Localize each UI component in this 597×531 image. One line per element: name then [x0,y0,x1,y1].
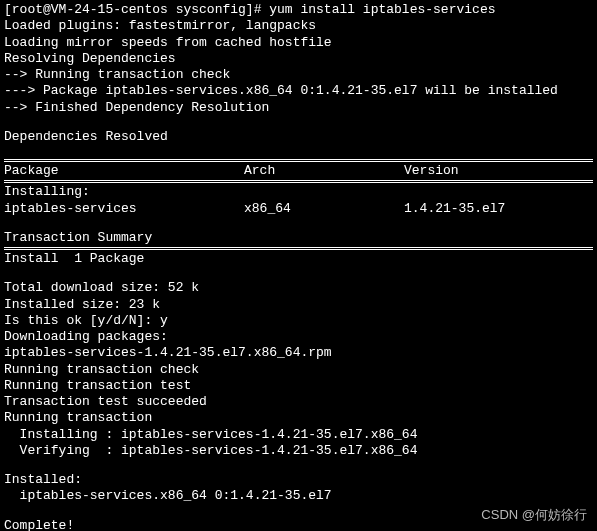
cell-package: iptables-services [4,201,244,217]
installing-label: Installing: [4,184,593,200]
output-line: Transaction test succeeded [4,394,593,410]
confirm-prompt[interactable]: Is this ok [y/d/N]: y [4,313,593,329]
shell-prompt: [root@VM-24-15-centos sysconfig]# yum in… [4,2,593,18]
txn-summary: Transaction Summary [4,230,593,246]
output-line: Running transaction [4,410,593,426]
install-count: Install 1 Package [4,251,593,267]
table-rule [4,182,593,183]
output-line: Installing : iptables-services-1.4.21-35… [4,427,593,443]
table-rule [4,247,593,248]
col-arch: Arch [244,163,404,179]
output-line: Total download size: 52 k [4,280,593,296]
output-line: Installed size: 23 k [4,297,593,313]
output-line: Loading mirror speeds from cached hostfi… [4,35,593,51]
output-line: ---> Package iptables-services.x86_64 0:… [4,83,593,99]
output-line: --> Running transaction check [4,67,593,83]
table-rule [4,249,593,250]
table-header-row: Package Arch Version [4,163,593,179]
table-rule [4,161,593,162]
cell-version: 1.4.21-35.el7 [404,201,593,217]
output-line: Running transaction test [4,378,593,394]
table-rule [4,159,593,160]
table-rule [4,180,593,181]
output-line: Running transaction check [4,362,593,378]
output-line: --> Finished Dependency Resolution [4,100,593,116]
installed-label: Installed: [4,472,593,488]
watermark: CSDN @何妨徐行 [481,507,587,523]
output-line: iptables-services-1.4.21-35.el7.x86_64.r… [4,345,593,361]
col-version: Version [404,163,593,179]
col-package: Package [4,163,244,179]
output-line: Verifying : iptables-services-1.4.21-35.… [4,443,593,459]
cell-arch: x86_64 [244,201,404,217]
deps-resolved: Dependencies Resolved [4,129,593,145]
output-line: Downloading packages: [4,329,593,345]
table-row: iptables-services x86_64 1.4.21-35.el7 [4,201,593,217]
output-line: Loaded plugins: fastestmirror, langpacks [4,18,593,34]
output-line: Resolving Dependencies [4,51,593,67]
installed-pkg: iptables-services.x86_64 0:1.4.21-35.el7 [4,488,593,504]
